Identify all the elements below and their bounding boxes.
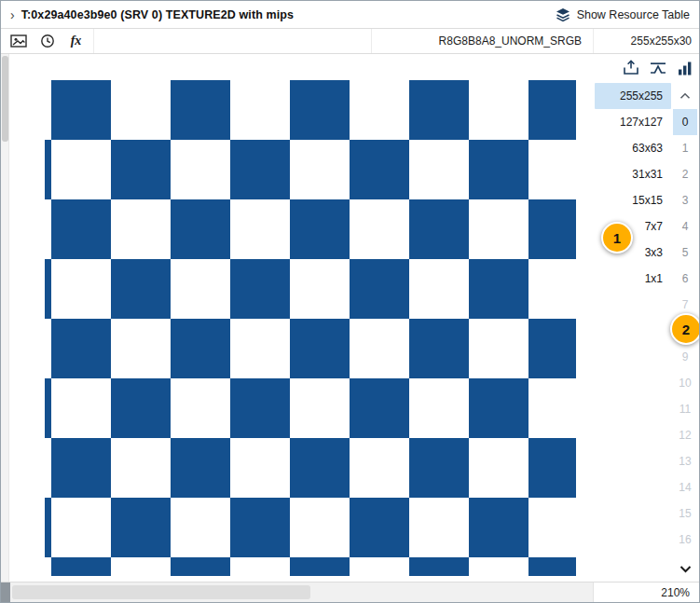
callout-badge-1: 1 (601, 222, 633, 254)
slice-scroll-up-button[interactable] (673, 83, 697, 109)
toolbar-left-group: fx (1, 29, 94, 53)
scrollbar-corner (1, 582, 10, 602)
vertical-scrollbar-thumb[interactable] (2, 56, 8, 142)
array-slice-item[interactable]: 2 (673, 161, 697, 187)
mip-level-list: 255x255127x12763x6331x3115x157x73x31x1 (595, 83, 671, 292)
export-icon (623, 60, 639, 75)
chevron-up-icon (679, 92, 691, 100)
array-slice-item[interactable]: 0 (673, 109, 697, 135)
show-resource-table-button[interactable]: Show Resource Table (556, 7, 690, 22)
horizontal-scrollbar[interactable] (10, 582, 593, 602)
horizontal-scrollbar-thumb[interactable] (12, 585, 310, 599)
range-fit-button[interactable] (646, 57, 670, 78)
array-slice-item[interactable]: 5 (673, 240, 697, 266)
titlebar: › T:0x29a40e3b9e0 (SRV 0) TEXTURE2D with… (1, 1, 699, 29)
array-slice-item[interactable]: 14 (673, 474, 697, 500)
array-slice-item[interactable]: 15 (673, 500, 697, 527)
texture-viewer-window: › T:0x29a40e3b9e0 (SRV 0) TEXTURE2D with… (0, 0, 700, 603)
array-slice-item[interactable]: 1 (673, 135, 697, 161)
array-slice-item[interactable]: 12 (673, 422, 697, 448)
range-fit-icon (650, 61, 666, 75)
zoom-level-label: 210% (593, 582, 699, 602)
export-button[interactable] (619, 57, 643, 78)
chevron-down-icon (679, 565, 692, 573)
panel-toolbar (619, 57, 697, 78)
mip-level-item[interactable]: 31x31 (595, 161, 671, 187)
texture-dimensions-label: 255x255x30 (593, 29, 699, 53)
statusbar: 210% (1, 582, 699, 602)
array-slice-item[interactable]: 13 (673, 448, 697, 474)
histogram-icon (678, 61, 693, 75)
array-slice-item[interactable]: 4 (673, 213, 697, 240)
array-slice-item[interactable]: 9 (673, 344, 697, 370)
mip-level-item[interactable]: 15x15 (595, 187, 671, 213)
texture-image[interactable] (45, 80, 576, 576)
resource-title: T:0x29a40e3b9e0 (SRV 0) TEXTURE2D with m… (21, 8, 294, 21)
callout-badge-2: 2 (670, 313, 699, 345)
layers-icon (556, 7, 570, 22)
image-view-button[interactable] (7, 31, 30, 51)
array-slice-item[interactable]: 11 (673, 396, 697, 422)
viewer-main-area: 255x255127x12763x6331x3115x157x73x31x1 0… (1, 54, 699, 582)
array-slice-item[interactable]: 3 (673, 187, 697, 213)
slice-scroll-down-button[interactable] (673, 556, 697, 581)
mip-level-item[interactable]: 1x1 (595, 266, 671, 292)
toolbar-spacer (94, 29, 371, 53)
histogram-button[interactable] (673, 57, 697, 78)
expander-chevron-icon[interactable]: › (10, 8, 15, 21)
mip-level-item[interactable]: 63x63 (595, 135, 671, 161)
mip-level-item[interactable]: 127x127 (595, 109, 671, 135)
history-clock-icon (40, 34, 55, 48)
texture-format-label: R8G8B8A8_UNORM_SRGB (371, 29, 593, 53)
mip-level-item[interactable]: 255x255 (595, 83, 671, 109)
fx-shader-button[interactable]: fx (64, 31, 88, 51)
fx-icon: fx (71, 34, 82, 48)
image-icon (10, 34, 27, 48)
history-button[interactable] (35, 31, 59, 51)
vertical-scrollbar[interactable] (1, 54, 9, 582)
toolbar: fx R8G8B8A8_UNORM_SRGB 255x255x30 (1, 29, 699, 54)
array-slice-item[interactable]: 10 (673, 370, 697, 396)
show-resource-table-label: Show Resource Table (577, 8, 690, 21)
array-slice-item[interactable]: 16 (673, 527, 697, 553)
array-slice-item[interactable]: 6 (673, 266, 697, 292)
